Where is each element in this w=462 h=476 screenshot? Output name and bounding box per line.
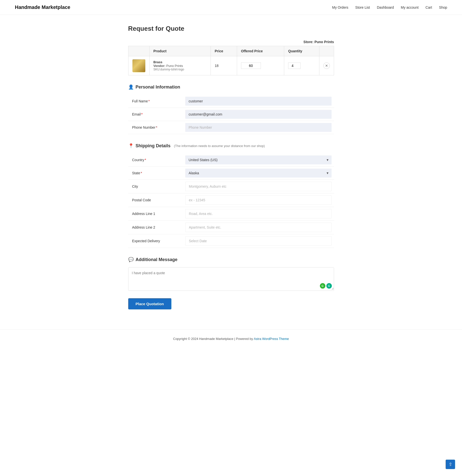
shipping-title: 📍 Shipping Details (The information need… <box>128 143 334 149</box>
remove-cell: ✕ <box>319 56 334 75</box>
state-select[interactable]: Alaska Alabama Arizona <box>185 169 332 178</box>
country-row: Country* United States (US) Canada Unite… <box>128 153 334 167</box>
site-logo: Handmade Marketplace <box>15 4 70 10</box>
nav-my-orders[interactable]: My Orders <box>332 5 348 9</box>
country-select-wrapper: United States (US) Canada United Kingdom <box>185 155 332 164</box>
footer-text: Copyright © 2024 Handmade Marketplace | … <box>173 337 254 341</box>
col-product-img <box>128 46 149 56</box>
table-row: Brass Vendor: Puno Prints SKU:dummy-tshi… <box>128 56 334 75</box>
remove-button[interactable]: ✕ <box>323 62 330 69</box>
full-name-input[interactable] <box>185 97 332 106</box>
product-thumbnail <box>132 59 145 72</box>
col-product: Product <box>149 46 211 56</box>
person-icon: 👤 <box>128 84 134 90</box>
product-price: 18 <box>211 56 237 75</box>
postal-code-input[interactable] <box>185 195 332 205</box>
quantity-cell <box>284 56 319 75</box>
nav-my-account[interactable]: My account <box>401 5 419 9</box>
additional-message-section: 💬 Additional Message G G <box>128 257 334 291</box>
col-quantity: Quantity <box>284 46 319 56</box>
quote-table: Product Price Offered Price Quantity Bra… <box>128 46 334 75</box>
address1-input[interactable] <box>185 209 332 218</box>
postal-code-label: Postal Code <box>128 193 183 207</box>
offered-price-cell <box>237 56 284 75</box>
footer-link[interactable]: Astra WordPress Theme <box>254 337 289 341</box>
email-row: Email* <box>128 108 334 121</box>
email-input[interactable] <box>185 110 332 119</box>
expected-delivery-input[interactable] <box>185 236 332 246</box>
header: Handmade Marketplace My Orders Store Lis… <box>0 0 462 15</box>
message-textarea-wrap: G G <box>128 267 334 291</box>
country-select[interactable]: United States (US) Canada United Kingdom <box>185 155 332 164</box>
message-textarea[interactable] <box>128 268 334 290</box>
place-quotation-button[interactable]: Place Quotation <box>128 298 171 309</box>
col-offered-price: Offered Price <box>237 46 284 56</box>
phone-row: Phone Number* <box>128 121 334 134</box>
city-label: City <box>128 180 183 193</box>
city-input[interactable] <box>185 182 332 191</box>
store-label: Store: Puno Prints <box>128 40 334 44</box>
grammarly-icon-2[interactable]: G <box>326 283 332 289</box>
full-name-row: Full Name* <box>128 95 334 108</box>
shipping-section: 📍 Shipping Details (The information need… <box>128 143 334 248</box>
state-select-wrapper: Alaska Alabama Arizona <box>185 169 332 178</box>
nav-cart[interactable]: Cart <box>426 5 432 9</box>
expected-delivery-label: Expected Delivery <box>128 234 183 248</box>
main-nav: My Orders Store List Dashboard My accoun… <box>332 5 447 9</box>
nav-dashboard[interactable]: Dashboard <box>377 5 394 9</box>
full-name-label: Full Name* <box>128 95 183 108</box>
col-price: Price <box>211 46 237 56</box>
product-image-cell <box>128 56 149 75</box>
message-icon: 💬 <box>128 257 134 262</box>
quantity-input[interactable] <box>288 62 301 69</box>
postal-code-row: Postal Code <box>128 193 334 207</box>
state-row: State* Alaska Alabama Arizona <box>128 167 334 180</box>
offered-price-input[interactable] <box>241 62 261 69</box>
country-label: Country* <box>128 153 183 166</box>
table-header: Product Price Offered Price Quantity <box>128 46 334 56</box>
address1-row: Address Line 1 <box>128 207 334 221</box>
grammarly-icon[interactable]: G <box>320 283 325 289</box>
address2-row: Address Line 2 <box>128 221 334 234</box>
location-icon: 📍 <box>128 143 134 149</box>
product-vendor: Vendor: Puno Prints <box>154 64 207 68</box>
footer: Copyright © 2024 Handmade Marketplace | … <box>0 329 462 348</box>
expected-delivery-row: Expected Delivery <box>128 234 334 248</box>
textarea-icons: G G <box>320 283 332 289</box>
nav-store-list[interactable]: Store List <box>355 5 370 9</box>
email-label: Email* <box>128 108 183 121</box>
additional-message-title: 💬 Additional Message <box>128 257 334 262</box>
address2-label: Address Line 2 <box>128 221 183 234</box>
phone-label: Phone Number* <box>128 121 183 134</box>
col-remove <box>319 46 334 56</box>
product-sku: SKU:dummy-tshirt-logo <box>154 68 207 71</box>
personal-info-title: 👤 Personal Information <box>128 84 334 90</box>
address1-label: Address Line 1 <box>128 207 183 220</box>
address2-input[interactable] <box>185 223 332 232</box>
state-label: State* <box>128 167 183 179</box>
nav-shop[interactable]: Shop <box>439 5 447 9</box>
phone-input[interactable] <box>185 123 332 132</box>
personal-info-section: 👤 Personal Information Full Name* Email*… <box>128 84 334 134</box>
city-row: City <box>128 180 334 193</box>
main-content: Request for Quote Store: Puno Prints Pro… <box>123 15 339 329</box>
product-info-cell: Brass Vendor: Puno Prints SKU:dummy-tshi… <box>149 56 211 75</box>
product-name: Brass <box>154 60 207 64</box>
page-title: Request for Quote <box>128 25 334 32</box>
